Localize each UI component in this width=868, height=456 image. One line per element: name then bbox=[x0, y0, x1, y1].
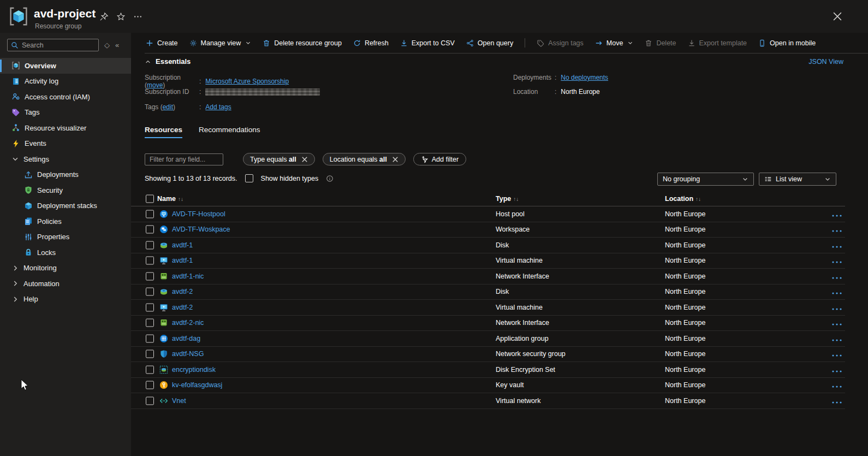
add-filter-button[interactable]: Add filter bbox=[413, 153, 466, 165]
row-menu-button[interactable] bbox=[831, 383, 843, 387]
open-in-mobile-button[interactable]: Open in mobile bbox=[758, 39, 816, 47]
row-checkbox[interactable] bbox=[146, 319, 154, 327]
create-button[interactable]: Create bbox=[146, 39, 178, 47]
sidebar-item-monitoring[interactable]: Monitoring bbox=[0, 260, 131, 276]
row-menu-button[interactable] bbox=[831, 258, 843, 263]
deployments-link[interactable]: No deployments bbox=[561, 74, 608, 81]
resource-type: Host pool bbox=[496, 210, 525, 218]
row-menu-button[interactable] bbox=[831, 399, 843, 403]
row-menu-button[interactable] bbox=[831, 243, 843, 247]
row-checkbox[interactable] bbox=[146, 365, 154, 374]
resource-type: Disk bbox=[496, 288, 509, 295]
resource-link[interactable]: avdtf-NSG bbox=[172, 350, 204, 358]
close-icon[interactable] bbox=[301, 156, 308, 163]
sidebar-item-security[interactable]: Security bbox=[0, 182, 131, 198]
row-menu-button[interactable] bbox=[831, 227, 843, 232]
sidebar-item-overview[interactable]: Overview bbox=[0, 58, 131, 74]
row-menu-button[interactable] bbox=[831, 274, 843, 279]
table-header: Name↑↓ Type↑↓ Location↑↓ bbox=[131, 191, 845, 206]
sidebar-item-help[interactable]: Help bbox=[0, 292, 131, 307]
close-icon[interactable] bbox=[832, 11, 843, 22]
sidebar-item-resource-visualizer[interactable]: Resource visualizer bbox=[0, 120, 131, 136]
filter-pill-type-equals[interactable]: Type equals all bbox=[243, 153, 315, 165]
row-checkbox[interactable] bbox=[146, 257, 154, 265]
manage-view-button[interactable]: Manage view bbox=[189, 39, 252, 47]
essentials-toggle[interactable]: Essentials bbox=[145, 57, 191, 66]
edit-tags-link[interactable]: edit bbox=[163, 103, 173, 111]
row-menu-button[interactable] bbox=[831, 212, 843, 216]
filter-input[interactable] bbox=[145, 153, 223, 165]
sidebar-item-locks[interactable]: Locks bbox=[0, 245, 131, 260]
keyvault-icon bbox=[159, 381, 168, 389]
subscription-link[interactable]: Microsoft Azure Sponsorship bbox=[205, 78, 289, 85]
resource-link[interactable]: avdtf-2 bbox=[172, 288, 193, 295]
table-row: avdtf-1 Virtual machine North Europe bbox=[131, 253, 845, 269]
row-menu-button[interactable] bbox=[831, 368, 843, 372]
row-menu-button[interactable] bbox=[831, 305, 843, 310]
export-to-csv-button[interactable]: Export to CSV bbox=[400, 39, 455, 47]
row-checkbox[interactable] bbox=[146, 396, 154, 405]
resource-link[interactable]: kv-efolfasgdwasj bbox=[172, 381, 222, 389]
table-row: Vnet Virtual network North Europe bbox=[131, 393, 845, 409]
row-checkbox[interactable] bbox=[146, 210, 154, 218]
resource-link[interactable]: avdtf-2-nic bbox=[172, 319, 204, 327]
column-header-name[interactable]: Name↑↓ bbox=[157, 195, 183, 203]
row-menu-button[interactable] bbox=[831, 289, 843, 294]
diamond-icon[interactable]: ◇ bbox=[104, 41, 110, 49]
pin-icon[interactable] bbox=[99, 12, 109, 21]
resource-link[interactable]: avdtf-1 bbox=[172, 241, 193, 249]
refresh-button[interactable]: Refresh bbox=[353, 39, 389, 47]
column-header-location[interactable]: Location↑↓ bbox=[665, 195, 701, 203]
tab-resources[interactable]: Resources bbox=[145, 126, 182, 138]
resource-link[interactable]: encryptiondisk bbox=[172, 366, 216, 374]
sidebar-item-activity-log[interactable]: Activity log bbox=[0, 74, 131, 90]
ellipsis-icon[interactable] bbox=[133, 12, 142, 21]
row-menu-button[interactable] bbox=[831, 321, 843, 325]
sidebar-item-policies[interactable]: Policies bbox=[0, 214, 131, 229]
delete-resource-group-button[interactable]: Delete resource group bbox=[263, 39, 342, 47]
policies-icon bbox=[24, 217, 33, 226]
row-checkbox[interactable] bbox=[146, 350, 154, 358]
open-query-button[interactable]: Open query bbox=[466, 39, 513, 47]
sidebar-item-tags[interactable]: Tags bbox=[0, 105, 131, 121]
grouping-dropdown[interactable]: No grouping bbox=[657, 173, 754, 186]
resource-link[interactable]: AVD-TF-Woskpace bbox=[172, 226, 230, 233]
row-checkbox[interactable] bbox=[146, 334, 154, 342]
resource-link[interactable]: avdtf-2 bbox=[172, 304, 193, 311]
add-tags-link[interactable]: Add tags bbox=[205, 103, 231, 111]
json-view-link[interactable]: JSON View bbox=[808, 58, 843, 66]
sidebar-item-properties[interactable]: Properties bbox=[0, 229, 131, 245]
tab-recommendations[interactable]: Recommendations bbox=[199, 126, 260, 138]
star-icon[interactable] bbox=[116, 12, 126, 21]
resource-link[interactable]: Vnet bbox=[172, 397, 186, 405]
sidebar-item-deployments[interactable]: Deployments bbox=[0, 167, 131, 183]
view-dropdown[interactable]: List view bbox=[759, 173, 836, 186]
row-checkbox[interactable] bbox=[146, 381, 154, 389]
row-checkbox[interactable] bbox=[146, 241, 154, 249]
sidebar-item-automation[interactable]: Automation bbox=[0, 276, 131, 292]
move-button[interactable]: Move bbox=[595, 39, 634, 47]
collapse-menu-icon[interactable]: « bbox=[115, 41, 119, 49]
row-checkbox[interactable] bbox=[146, 272, 154, 280]
column-header-type[interactable]: Type↑↓ bbox=[496, 195, 519, 203]
chevron-right-icon bbox=[11, 264, 19, 272]
title-actions bbox=[99, 12, 142, 21]
resource-link[interactable]: avdtf-dag bbox=[172, 335, 200, 342]
row-checkbox[interactable] bbox=[146, 303, 154, 311]
resource-link[interactable]: avdtf-1-nic bbox=[172, 273, 204, 280]
select-all-checkbox[interactable] bbox=[146, 194, 154, 203]
sidebar-item-deployment-stacks[interactable]: Deployment stacks bbox=[0, 198, 131, 214]
sidebar-item-events[interactable]: Events bbox=[0, 136, 131, 152]
sidebar-item-settings[interactable]: Settings bbox=[0, 151, 131, 167]
row-menu-button[interactable] bbox=[831, 336, 843, 341]
row-menu-button[interactable] bbox=[831, 352, 843, 356]
sidebar-item-access-control-iam[interactable]: Access control (IAM) bbox=[0, 89, 131, 105]
resource-link[interactable]: AVD-TF-Hostpool bbox=[172, 210, 225, 218]
resource-link[interactable]: avdtf-1 bbox=[172, 257, 193, 264]
show-hidden-types-checkbox[interactable] bbox=[245, 174, 253, 182]
search-input[interactable] bbox=[22, 42, 87, 49]
row-checkbox[interactable] bbox=[146, 288, 154, 296]
row-checkbox[interactable] bbox=[146, 226, 154, 234]
close-icon[interactable] bbox=[392, 156, 399, 163]
filter-pill-location-equals[interactable]: Location equals all bbox=[323, 153, 406, 165]
